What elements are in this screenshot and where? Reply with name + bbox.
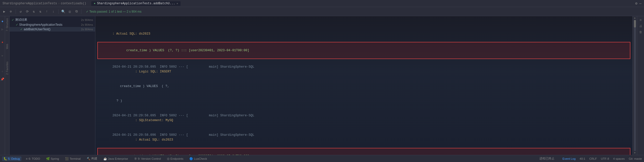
- breadcrumb-method: contextLoads(): [61, 2, 86, 5]
- build-tab-label: 构建: [91, 157, 97, 160]
- version-control-tab-label: 9: Version Control: [138, 157, 161, 160]
- root-check-icon: ✓: [12, 18, 14, 22]
- charset: UTF-8: [601, 157, 609, 160]
- view-button[interactable]: ◫: [67, 9, 73, 14]
- cursor-position: 40:1: [580, 157, 585, 160]
- git-branch: Git: maste: [629, 157, 642, 160]
- test-class-item[interactable]: ✓ ShardingsphereApplicationTests 2s 904m…: [10, 22, 95, 27]
- tab-status-dot: ●: [94, 2, 96, 5]
- sort-duration-button[interactable]: ⇅: [38, 9, 43, 14]
- highlight-block-1: create_time ) VALUES (?, ?) ::: [user202…: [97, 42, 630, 59]
- tab-close-button[interactable]: ✕: [177, 2, 178, 5]
- terminal-tab-label: Terminal: [70, 157, 80, 160]
- settings-icon[interactable]: ⚙: [635, 1, 637, 6]
- test-tree: ✓ 测试结果 2s 904ms ✓ ShardingsphereApplicat…: [10, 16, 95, 33]
- log-line-6: 2024-04-21 20:29:58.095 INFO 5092 --- [ …: [97, 109, 630, 128]
- terminal-tab[interactable]: ⬛ Terminal: [64, 156, 82, 161]
- spring-tab-label: Spring: [51, 157, 59, 160]
- log-line-5: ? ): [97, 94, 630, 108]
- spring-tab-icon: 🌿: [46, 157, 50, 160]
- scroll-handle[interactable]: [634, 20, 636, 28]
- java-enterprise-tab-label: Java Enterprise: [108, 157, 128, 160]
- filter-button[interactable]: 🔍: [61, 9, 66, 14]
- sort-alpha-button[interactable]: ⇅: [31, 9, 37, 14]
- version-control-tab[interactable]: ⑨ 9: Version Control: [133, 156, 162, 161]
- tab-label: ShardingsphereApplicationTests.addBatchU…: [97, 2, 175, 5]
- endpoints-tab-label: Endpoints: [170, 157, 183, 160]
- toolbar-separator: [16, 9, 16, 14]
- terminal-tab-icon: ⬛: [65, 157, 69, 160]
- stop-button[interactable]: ⊘: [8, 9, 14, 14]
- toolbar: ▶ ⊘ ↺ ⟳ ⇅ ⇅ ↑ ↓ 🔍 ◫ ⧉ ✓ Tests passed: 1 …: [0, 7, 644, 16]
- active-tab[interactable]: ● ShardingsphereApplicationTests.addBatc…: [91, 1, 181, 6]
- debug-tab-label: 5: Debug: [8, 157, 20, 160]
- build-tab-icon: 🔨: [87, 157, 90, 160]
- method-label: addBatchUserTest(): [24, 28, 50, 31]
- root-label: 测试结果: [15, 18, 27, 22]
- minimize-icon[interactable]: —: [639, 2, 641, 6]
- todo-tab[interactable]: ≡ 6: TODO: [24, 157, 42, 161]
- web-label: Web: [6, 44, 9, 49]
- todo-tab-label: 6: TODO: [28, 157, 40, 160]
- status-bar: 进程已终止 Event Log 40:1 CRLF UTF-8 4 spaces…: [539, 157, 642, 160]
- run-button[interactable]: ▶: [2, 9, 7, 14]
- test-root-item[interactable]: ✓ 测试结果 2s 904ms: [10, 17, 95, 22]
- method-check-icon: ✓: [20, 28, 23, 31]
- tests-passed-label: ✓ Tests passed: 1 of 1 test — 2 s 904 ms: [86, 10, 141, 13]
- luacheck-tab[interactable]: 🔵 LuaCheck: [188, 156, 209, 161]
- log-line-pre: : Actual SQL: ds2023: [97, 17, 630, 41]
- line-ending: CRLF: [589, 157, 597, 160]
- toolbar-separator-2: [58, 9, 58, 14]
- spring-tab[interactable]: 🌿 Spring: [45, 156, 61, 161]
- debug-tab[interactable]: 🐛 5: Debug: [2, 156, 21, 161]
- rerun-button[interactable]: ↺: [18, 9, 23, 14]
- delete-icon[interactable]: 🗑: [638, 29, 643, 35]
- structure-label: 7: Structure: [6, 18, 9, 31]
- endpoints-tab-icon: ◎: [167, 157, 169, 160]
- log-line-8: create_time ) VALUES (?, ?) ::: [user202…: [100, 149, 628, 155]
- scroll-down-icon[interactable]: ▼: [634, 152, 635, 154]
- java-enterprise-tab[interactable]: ☕ Java Enterprise: [102, 156, 130, 161]
- class-label: ShardingsphereApplicationTests: [19, 23, 62, 26]
- log-line-2: create_time ) VALUES (?, ?) ::: [user202…: [100, 43, 628, 58]
- pass-checkmark: ✓: [86, 10, 89, 13]
- breadcrumb-class: ShardingsphereApplicationTests: [3, 2, 57, 5]
- method-time: 2s 904ms: [81, 28, 93, 31]
- java-enterprise-tab-icon: ☕: [103, 157, 107, 160]
- event-log-link[interactable]: Event Log: [563, 157, 576, 160]
- indent-info: 4 spaces: [613, 157, 625, 160]
- class-check-icon: ✓: [16, 23, 18, 26]
- log-panel: : Actual SQL: ds2023 create_time ) VALUE…: [95, 16, 632, 155]
- breadcrumb: ShardingsphereApplicationTests › context…: [3, 2, 86, 5]
- log-line-3: 2024-04-21 20:29:58.095 INFO 5092 --- [ …: [97, 60, 630, 79]
- endpoints-tab[interactable]: ◎ Endpoints: [165, 156, 185, 161]
- toolbar-separator-3: [81, 9, 81, 14]
- rerun-failed-button[interactable]: ⟳: [24, 9, 30, 14]
- todo-tab-icon: ≡: [26, 157, 28, 160]
- debug-tab-icon: 🐛: [4, 157, 7, 160]
- settings-right-icon[interactable]: ⚙: [638, 17, 643, 23]
- test-method-item[interactable]: ✓ addBatchUserTest() 2s 904ms: [10, 27, 95, 32]
- expand-button[interactable]: ↑: [44, 9, 50, 14]
- far-right-panel: ⚙ 🖨 🗑: [637, 16, 644, 155]
- class-time: 2s 904ms: [81, 23, 93, 26]
- luacheck-tab-label: LuaCheck: [194, 157, 207, 160]
- main-layout: ◈ ▷ ● ✏ ☆ 📌 7: Structure Web 2: Favorite…: [0, 16, 644, 155]
- build-tab[interactable]: 🔨 构建: [85, 156, 99, 161]
- log-content: : Actual SQL: ds2023 create_time ) VALUE…: [95, 16, 632, 155]
- scrollbar-panel[interactable]: ▲ ▼: [632, 16, 637, 155]
- favorites-label: 2: Favorites: [6, 62, 9, 75]
- luacheck-tab-icon: 🔵: [189, 157, 193, 160]
- root-time: 2s 904ms: [81, 18, 93, 21]
- export-button[interactable]: ⧉: [74, 9, 79, 14]
- scroll-thumb[interactable]: [634, 20, 636, 151]
- bottom-bar: 🐛 5: Debug ≡ 6: TODO 🌿 Spring ⬛ Terminal…: [0, 155, 644, 162]
- scroll-up-icon[interactable]: ▲: [634, 17, 635, 19]
- print-icon[interactable]: 🖨: [638, 23, 643, 29]
- title-bar: ShardingsphereApplicationTests › context…: [0, 0, 644, 7]
- collapse-button[interactable]: ↓: [51, 9, 56, 14]
- test-panel: ✓ 测试结果 2s 904ms ✓ ShardingsphereApplicat…: [10, 16, 95, 155]
- highlight-block-2: create_time ) VALUES (?, ?) ::: [user202…: [97, 148, 630, 155]
- log-line-7: 2024-04-21 20:29:58.096 INFO 5092 --- [ …: [97, 128, 630, 147]
- log-line-4: create_time ) VALUES ( ?,: [97, 79, 630, 94]
